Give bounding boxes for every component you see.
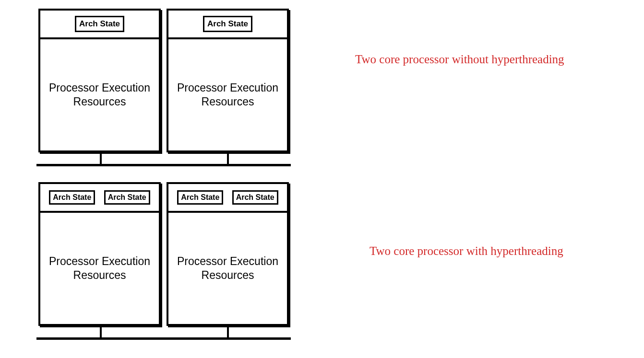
processor-core: Arch State Arch State Processor Executio… [167, 182, 289, 326]
bus-line [36, 164, 291, 166]
processor-core: Arch State Processor Execution Resources [38, 9, 161, 152]
arch-state-header: Arch State Arch State [168, 184, 287, 213]
diagram-with-hyperthreading: Arch State Arch State Processor Executio… [38, 182, 289, 326]
execution-resources-label: Processor Execution Resources [40, 213, 159, 324]
arch-state-header: Arch State [168, 11, 287, 39]
arch-state-header: Arch State [40, 11, 159, 39]
arch-state-box: Arch State [49, 190, 95, 205]
execution-resources-label: Processor Execution Resources [168, 39, 287, 150]
annotation-no-hyperthreading: Two core processor without hyperthreadin… [355, 53, 564, 66]
processor-core: Arch State Processor Execution Resources [167, 9, 289, 152]
processor-core: Arch State Arch State Processor Executio… [38, 182, 161, 326]
connector-stub [227, 327, 229, 337]
connector-stub [100, 153, 102, 164]
execution-resources-label: Processor Execution Resources [40, 39, 159, 150]
diagram-no-hyperthreading: Arch State Processor Execution Resources… [38, 9, 289, 152]
execution-resources-label: Processor Execution Resources [168, 213, 287, 324]
arch-state-box: Arch State [75, 16, 124, 32]
arch-state-box: Arch State [232, 190, 278, 205]
arch-state-box: Arch State [203, 16, 252, 32]
arch-state-box: Arch State [177, 190, 223, 205]
arch-state-header: Arch State Arch State [40, 184, 159, 213]
connector-stub [227, 153, 229, 164]
processor-pair: Arch State Arch State Processor Executio… [38, 182, 289, 326]
connector-stub [100, 327, 102, 337]
processor-pair: Arch State Processor Execution Resources… [38, 9, 289, 152]
annotation-with-hyperthreading: Two core processor with hyperthreading [370, 244, 563, 258]
arch-state-box: Arch State [104, 190, 150, 205]
bus-line [36, 337, 291, 340]
